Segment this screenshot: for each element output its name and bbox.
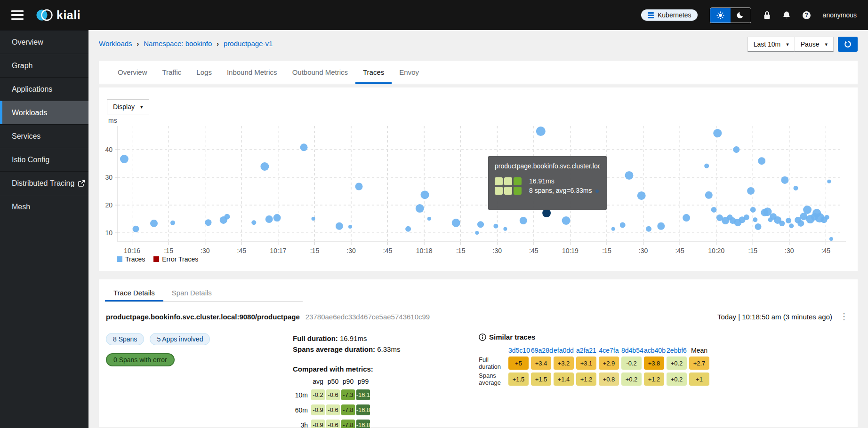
trace-point[interactable]	[646, 226, 651, 232]
similar-trace-link-4ce7fa[interactable]: 4ce7fa	[599, 347, 619, 354]
trace-point[interactable]	[150, 220, 158, 227]
trace-point[interactable]	[803, 206, 812, 214]
similar-trace-link-8d4b54[interactable]: 8d4b54	[621, 347, 642, 354]
trace-point[interactable]	[750, 207, 756, 213]
refresh-button[interactable]	[838, 37, 858, 52]
legend-item-error-traces: Error Traces	[153, 255, 198, 263]
trace-point[interactable]	[477, 221, 484, 228]
help-button[interactable]: ?	[803, 11, 811, 19]
sidebar-item-workloads[interactable]: Workloads	[0, 101, 88, 124]
tab-traffic[interactable]: Traffic	[155, 61, 189, 84]
trace-point[interactable]	[170, 221, 175, 225]
tab-envoy[interactable]: Envoy	[392, 61, 426, 84]
trace-point[interactable]	[503, 227, 507, 231]
trace-point[interactable]	[120, 155, 129, 163]
trace-point[interactable]	[705, 191, 713, 199]
trace-point[interactable]	[789, 223, 794, 228]
trace-point[interactable]	[753, 217, 757, 222]
tab-outbound-metrics[interactable]: Outbound Metrics	[285, 61, 355, 84]
trace-point[interactable]	[452, 219, 460, 227]
trace-point[interactable]	[704, 164, 709, 168]
breadcrumb-link-productpage-v1[interactable]: productpage-v1	[224, 40, 273, 48]
trace-point[interactable]	[779, 221, 785, 226]
trace-point[interactable]	[520, 217, 527, 224]
trace-point[interactable]	[536, 127, 546, 136]
breadcrumb-link-workloads[interactable]: Workloads	[99, 40, 132, 48]
trace-point[interactable]	[133, 226, 139, 232]
selected-trace-point[interactable]	[542, 209, 551, 217]
tab-logs[interactable]: Logs	[189, 61, 219, 84]
trace-point[interactable]	[336, 222, 343, 230]
trace-point[interactable]	[620, 222, 626, 228]
trace-point[interactable]	[427, 217, 431, 221]
trace-point[interactable]	[611, 227, 615, 231]
sidebar-item-istio-config[interactable]: Istio Config	[0, 148, 88, 171]
trace-point[interactable]	[300, 143, 308, 151]
refresh-interval-select[interactable]: Pause ▾	[795, 37, 834, 52]
trace-point[interactable]	[758, 157, 765, 165]
trace-point[interactable]	[273, 214, 281, 222]
trace-point[interactable]	[797, 220, 804, 227]
trace-point[interactable]	[713, 129, 722, 137]
light-theme-button[interactable]	[710, 8, 731, 23]
sidebar-item-distributed-tracing[interactable]: Distributed Tracing	[0, 171, 88, 195]
trace-point[interactable]	[205, 219, 211, 226]
sidebar-item-overview[interactable]: Overview	[0, 30, 88, 54]
x-tick-label: :15	[164, 247, 173, 254]
sidebar-item-graph[interactable]: Graph	[0, 54, 88, 77]
trace-point[interactable]	[764, 207, 772, 216]
lock-button[interactable]	[764, 11, 771, 19]
tab-traces[interactable]: Traces	[355, 61, 392, 84]
trace-point[interactable]	[683, 214, 690, 222]
sidebar-item-services[interactable]: Services	[0, 124, 88, 148]
trace-point[interactable]	[829, 237, 833, 241]
trace-point[interactable]	[711, 207, 717, 213]
similar-trace-link-acb40b[interactable]: acb40b	[644, 347, 664, 354]
trace-point[interactable]	[475, 231, 479, 235]
trace-point[interactable]	[416, 204, 424, 213]
trace-point[interactable]	[251, 220, 256, 225]
trace-point[interactable]	[827, 180, 831, 183]
trace-point[interactable]	[312, 217, 315, 221]
trace-point[interactable]	[733, 146, 739, 153]
display-select[interactable]: Display ▾	[107, 99, 149, 114]
duration-select[interactable]: Last 10m ▾	[747, 37, 795, 52]
similar-trace-link-a2fa21[interactable]: a2fa21	[576, 347, 596, 354]
tab-inbound-metrics[interactable]: Inbound Metrics	[219, 61, 285, 84]
trace-point[interactable]	[657, 222, 665, 230]
tab-overview[interactable]: Overview	[110, 61, 155, 84]
sidebar-item-mesh[interactable]: Mesh	[0, 195, 88, 218]
nav-toggle-button[interactable]	[11, 10, 24, 20]
trace-point[interactable]	[637, 191, 646, 200]
trace-point[interactable]	[562, 216, 571, 225]
breadcrumb-link-namespace-bookinfo[interactable]: Namespace: bookinfo	[144, 40, 212, 48]
notifications-button[interactable]	[783, 11, 790, 19]
y-tick-label: 40	[105, 146, 113, 153]
sidebar-item-applications[interactable]: Applications	[0, 77, 88, 101]
trace-point[interactable]	[348, 225, 352, 229]
trace-point[interactable]	[625, 171, 634, 180]
trace-point[interactable]	[493, 224, 498, 229]
trace-point[interactable]	[265, 215, 273, 223]
trace-point[interactable]	[260, 162, 269, 171]
trace-point[interactable]	[781, 176, 788, 184]
trace-point[interactable]	[355, 183, 363, 190]
trace-point[interactable]	[794, 186, 798, 190]
trace-point[interactable]	[744, 214, 749, 220]
tab-trace-details[interactable]: Trace Details	[105, 285, 163, 301]
similar-trace-link-69a28d[interactable]: 69a28d	[531, 347, 551, 354]
trace-point[interactable]	[224, 214, 230, 220]
trace-point[interactable]	[405, 226, 411, 232]
trace-point[interactable]	[421, 190, 429, 199]
trace-point[interactable]	[786, 218, 791, 223]
kebab-menu-icon[interactable]: ⋮	[840, 311, 848, 322]
similar-trace-link-3d5c10[interactable]: 3d5c10	[508, 347, 529, 354]
trace-point[interactable]	[825, 215, 829, 220]
similar-trace-link-efa0dd[interactable]: efa0dd	[554, 347, 574, 354]
similar-trace-link-2ebbf6[interactable]: 2ebbf6	[667, 347, 687, 354]
user-menu[interactable]: anonymous	[823, 11, 857, 19]
trace-point[interactable]	[747, 187, 755, 195]
trace-point[interactable]	[755, 223, 762, 230]
dark-theme-button[interactable]	[731, 8, 751, 23]
tab-span-details[interactable]: Span Details	[163, 285, 220, 301]
